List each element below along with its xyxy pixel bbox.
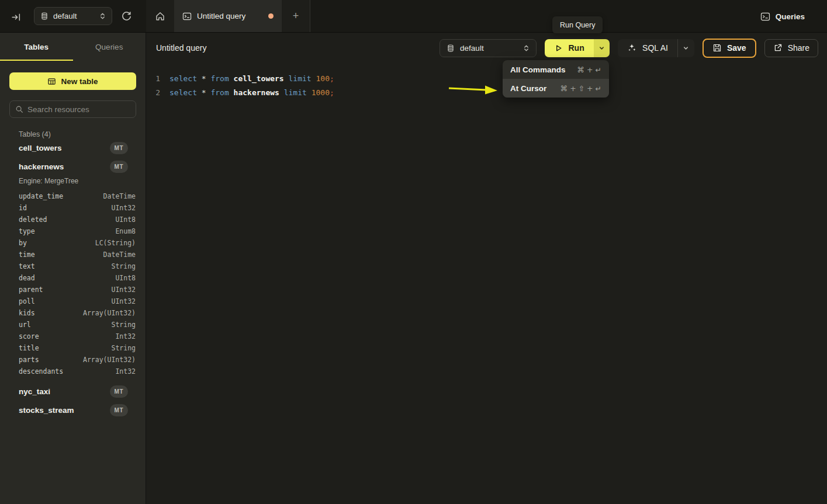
column-type: UInt32 [111, 204, 136, 212]
column-row[interactable]: titleString [0, 342, 146, 354]
sidebar-tabs: Tables Queries [0, 33, 146, 61]
column-row[interactable]: urlString [0, 319, 146, 331]
column-row[interactable]: idUInt32 [0, 202, 146, 214]
column-row[interactable]: partsArray(UInt32) [0, 354, 146, 366]
column-type: DateTime [103, 192, 136, 200]
column-name: title [19, 344, 39, 352]
column-type: Int32 [115, 332, 136, 340]
toolbar-actions: default Run [440, 39, 818, 58]
column-row[interactable]: descendantsInt32 [0, 366, 146, 377]
share-button[interactable]: Share [764, 39, 818, 57]
column-row[interactable]: typeEnum8 [0, 225, 146, 237]
column-name: text [19, 262, 35, 270]
database-icon [447, 44, 455, 53]
line-number: 1 [146, 74, 160, 83]
code-token: select [169, 88, 202, 97]
play-icon [554, 44, 563, 53]
column-row[interactable]: pollUInt32 [0, 296, 146, 307]
column-type: Enum8 [115, 227, 136, 235]
sidebar-tab-tables[interactable]: Tables [0, 33, 73, 61]
table-row-stocks-stream[interactable]: stocks_stream MT [0, 401, 146, 419]
code-token: 1000 [312, 88, 330, 97]
save-button[interactable]: Save [703, 39, 756, 58]
column-type: Int32 [115, 367, 136, 376]
home-icon [155, 11, 165, 22]
column-row[interactable]: parentUInt32 [0, 284, 146, 296]
table-row-nyc-taxi[interactable]: nyc_taxi MT [0, 382, 146, 401]
queries-panel-button[interactable]: Queries [760, 8, 805, 25]
engine-badge: MT [110, 142, 128, 154]
column-name: deleted [19, 215, 47, 224]
menu-item-all-commands[interactable]: All Commands ⌘ + ↵ [503, 60, 609, 79]
column-row[interactable]: byLC(String) [0, 237, 146, 249]
run-query-tooltip: Run Query [552, 16, 603, 33]
run-button[interactable]: Run [545, 39, 594, 57]
share-label: Share [788, 43, 809, 53]
engine-badge: MT [110, 385, 128, 398]
search-resources-box [9, 100, 136, 118]
menu-item-shortcut: ⌘ + ⇧ + ↵ [560, 84, 601, 93]
sql-ai-button[interactable]: SQL AI [618, 39, 677, 57]
database-selector-value: default [53, 12, 95, 20]
menu-item-at-cursor[interactable]: At Cursor ⌘ + ⇧ + ↵ [503, 79, 609, 98]
column-name: by [19, 239, 27, 247]
code-token: from [210, 74, 233, 83]
new-tab-button[interactable]: + [282, 0, 310, 32]
sparkles-icon [627, 43, 636, 53]
column-row[interactable]: deadUInt8 [0, 272, 146, 284]
chevron-down-icon [598, 45, 605, 51]
engine-info: Engine: MergeTree [19, 177, 146, 185]
run-label: Run [568, 43, 584, 53]
column-name: time [19, 251, 35, 259]
terminal-icon [760, 12, 770, 22]
table-row-cell-towers[interactable]: cell_towers MT [0, 138, 146, 157]
column-list: update_timeDateTimeidUInt32deletedUInt8t… [0, 190, 146, 377]
tables-section-label: Tables (4) [19, 130, 146, 138]
sql-ai-options-button[interactable] [677, 39, 694, 57]
column-name: update_time [19, 192, 63, 200]
table-row-hackernews[interactable]: hackernews MT [0, 157, 146, 176]
column-name: parent [19, 286, 43, 294]
queries-panel-label: Queries [776, 12, 805, 21]
code-token: select [169, 74, 202, 83]
column-name: url [19, 321, 31, 329]
column-name: parts [19, 356, 39, 364]
code-token: cell_towers [234, 74, 284, 83]
column-row[interactable]: timeDateTime [0, 249, 146, 260]
sql-ai-label: SQL AI [642, 43, 668, 53]
search-resources-input[interactable] [27, 105, 130, 114]
line-number: 2 [146, 88, 160, 97]
database-selector-topbar[interactable]: default [34, 7, 112, 25]
tooltip-label: Run Query [560, 21, 595, 29]
code-token: ; [330, 88, 334, 97]
tab-label: Untitled query [197, 12, 263, 20]
home-tab-button[interactable] [146, 0, 174, 32]
floppy-save-icon [712, 43, 722, 53]
run-options-button[interactable] [594, 39, 610, 57]
table-grid-icon [47, 77, 56, 86]
column-name: score [19, 332, 39, 340]
collapse-sidebar-button[interactable] [8, 9, 23, 25]
code-token: ; [330, 74, 334, 83]
database-selector-toolbar[interactable]: default [440, 39, 537, 57]
new-table-button[interactable]: New table [9, 72, 136, 90]
code-token: * [202, 88, 211, 97]
table-name: cell_towers [19, 144, 62, 152]
column-row[interactable]: textString [0, 260, 146, 272]
column-row[interactable]: kidsArray(UInt32) [0, 307, 146, 319]
sql-ai-split-button: SQL AI [618, 39, 694, 57]
refresh-button[interactable] [119, 9, 134, 24]
column-row[interactable]: deletedUInt8 [0, 214, 146, 225]
tab-untitled-query[interactable]: Untitled query [174, 0, 282, 32]
sidebar-tab-queries[interactable]: Queries [73, 33, 146, 61]
collapse-sidebar-icon [11, 12, 21, 22]
code-token: * [202, 74, 211, 83]
main-area: Untitled query default Run [146, 33, 827, 504]
engine-badge: MT [110, 404, 128, 416]
column-name: descendants [19, 367, 63, 376]
menu-item-label: At Cursor [510, 84, 546, 93]
chevron-updown-icon [99, 12, 106, 20]
column-row[interactable]: scoreInt32 [0, 331, 146, 342]
column-row[interactable]: update_timeDateTime [0, 190, 146, 202]
save-label: Save [727, 43, 746, 53]
